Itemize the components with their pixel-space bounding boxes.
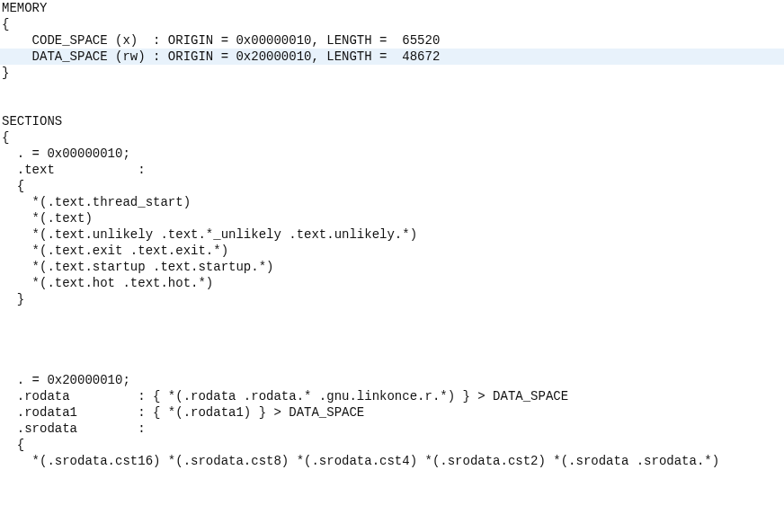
code-line: . = 0x00000010; [0,146,784,162]
code-line: *(.text.startup .text.startup.*) [0,259,784,275]
code-line: .srodata : [0,421,784,437]
code-line [0,340,784,356]
code-line: { [0,16,784,32]
code-line: *(.text.thread_start) [0,194,784,210]
code-line: .text : [0,162,784,178]
code-line: DATA_SPACE (rw) : ORIGIN = 0x20000010, L… [0,49,784,65]
code-line: { [0,437,784,453]
code-line [0,81,784,97]
code-line: *(.text.exit .text.exit.*) [0,243,784,259]
code-line: .rodata1 : { *(.rodata1) } > DATA_SPACE [0,404,784,421]
code-line: *(.srodata.cst16) *(.srodata.cst8) *(.sr… [0,453,784,469]
code-line: CODE_SPACE (x) : ORIGIN = 0x00000010, LE… [0,32,784,49]
code-line [0,97,784,113]
code-line: } [0,291,784,307]
code-line: *(.text.hot .text.hot.*) [0,275,784,291]
code-line: *(.text.unlikely .text.*_unlikely .text.… [0,226,784,243]
code-line: . = 0x20000010; [0,372,784,388]
code-line: .rodata : { *(.rodata .rodata.* .gnu.lin… [0,388,784,404]
code-line: *(.text) [0,210,784,226]
code-line: { [0,178,784,194]
code-line [0,324,784,340]
code-line: MEMORY [0,0,784,16]
code-line: SECTIONS [0,113,784,129]
linker-script-code-block: MEMORY{ CODE_SPACE (x) : ORIGIN = 0x0000… [0,0,784,469]
code-line [0,356,784,372]
code-line: { [0,129,784,146]
code-line [0,307,784,324]
code-line: } [0,65,784,81]
